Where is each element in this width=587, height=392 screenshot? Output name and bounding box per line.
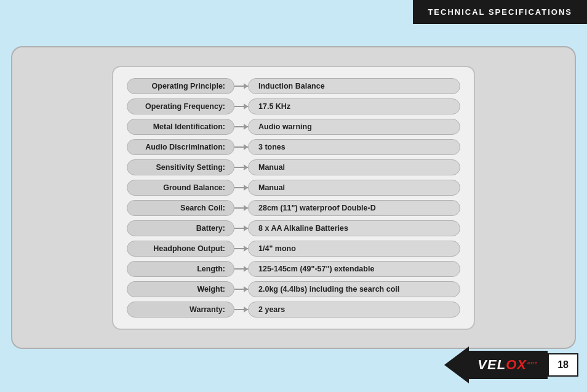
spec-label: Battery: — [127, 220, 234, 236]
spec-label: Weight: — [127, 281, 234, 297]
brand-container: VELOXone 18 — [444, 346, 578, 383]
spec-row: Metal Identification:Audio warning — [127, 119, 460, 135]
spec-label: Sensitivity Setting: — [127, 159, 234, 175]
spec-value: 3 tones — [248, 139, 460, 155]
spec-row: Ground Balance:Manual — [127, 180, 460, 196]
spec-value: 8 x AA Alkaline Batteries — [248, 220, 460, 236]
spec-connector — [234, 126, 248, 127]
spec-label: Headphone Output: — [127, 241, 234, 257]
spec-value: 125-145cm (49"-57") extendable — [248, 261, 460, 277]
velox-one: one — [527, 360, 538, 366]
spec-value: 2 years — [248, 302, 460, 318]
spec-value: Audio warning — [248, 119, 460, 135]
spec-row: Length:125-145cm (49"-57") extendable — [127, 261, 460, 277]
spec-label: Warranty: — [127, 302, 234, 318]
spec-value: 2.0kg (4.4lbs) including the search coil — [248, 281, 460, 297]
spec-row: Search Coil:28cm (11") waterproof Double… — [127, 200, 460, 216]
spec-value: Manual — [248, 180, 460, 196]
spec-connector — [234, 228, 248, 229]
velox-x2: X — [517, 357, 527, 372]
spec-value: 1/4" mono — [248, 241, 460, 257]
spec-connector — [234, 187, 248, 188]
inner-card: Operating Principle:Induction BalanceOpe… — [112, 66, 475, 330]
tech-spec-header: TECHNICAL SPECIFICATIONS — [413, 0, 587, 24]
velox-logo-box: VELOXone — [468, 351, 548, 379]
footer: VELOXone 18 — [444, 346, 578, 383]
spec-row: Weight:2.0kg (4.4lbs) including the sear… — [127, 281, 460, 297]
spec-connector — [234, 248, 248, 249]
spec-connector — [234, 146, 248, 148]
page-number: 18 — [548, 353, 578, 377]
velox-brand-text: VELOXone — [477, 357, 538, 373]
spec-connector — [234, 309, 248, 310]
spec-connector — [234, 106, 248, 107]
spec-value: 17.5 KHz — [248, 98, 460, 114]
spec-row: Operating Frequency:17.5 KHz — [127, 98, 460, 114]
spec-label: Operating Frequency: — [127, 98, 234, 114]
spec-value: Manual — [248, 159, 460, 175]
spec-label: Ground Balance: — [127, 180, 234, 196]
spec-row: Sensitivity Setting:Manual — [127, 159, 460, 175]
spec-connector — [234, 86, 248, 87]
spec-connector — [234, 207, 248, 209]
spec-row: Warranty:2 years — [127, 302, 460, 318]
spec-connector — [234, 289, 248, 290]
spec-value: 28cm (11") waterproof Double-D — [248, 200, 460, 216]
velox-x: O — [506, 357, 517, 372]
spec-label: Search Coil: — [127, 200, 234, 216]
spec-row: Headphone Output:1/4" mono — [127, 241, 460, 257]
spec-label: Audio Discrimination: — [127, 139, 234, 155]
spec-label: Length: — [127, 261, 234, 277]
spec-connector — [234, 167, 248, 168]
spec-row: Audio Discrimination:3 tones — [127, 139, 460, 155]
spec-connector — [234, 268, 248, 270]
spec-label: Metal Identification: — [127, 119, 234, 135]
spec-value: Induction Balance — [248, 78, 460, 94]
spec-label: Operating Principle: — [127, 78, 234, 94]
outer-card: Operating Principle:Induction BalanceOpe… — [11, 46, 576, 349]
spec-row: Operating Principle:Induction Balance — [127, 78, 460, 94]
velox-chevron — [444, 346, 469, 383]
spec-row: Battery:8 x AA Alkaline Batteries — [127, 220, 460, 236]
